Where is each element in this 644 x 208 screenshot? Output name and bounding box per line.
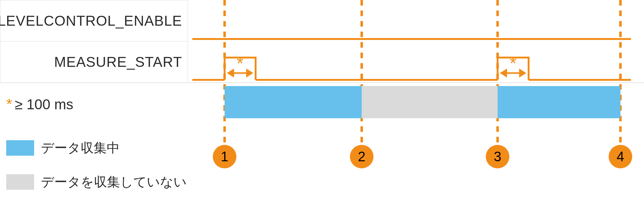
footnote-min-pulse-width: * ≥ 100 ms	[6, 96, 73, 113]
legend-swatch-grey	[6, 174, 34, 190]
legend-item-not-collecting: データを収集していない	[6, 173, 187, 191]
event-marker-2: 2	[350, 145, 373, 168]
footnote-text: ≥ 100 ms	[15, 96, 73, 113]
asterisk-icon: *	[6, 97, 12, 112]
svg-marker-7	[247, 70, 252, 76]
legend-swatch-blue	[6, 140, 34, 156]
svg-marker-10	[520, 70, 525, 76]
legend-item-collecting: データ収集中	[6, 139, 120, 157]
event-number: 4	[617, 149, 624, 164]
asterisk-icon: *	[237, 54, 244, 72]
event-number: 3	[494, 149, 501, 164]
data-span-collecting	[225, 86, 362, 118]
asterisk-icon: *	[510, 54, 517, 72]
event-marker-3: 3	[486, 145, 509, 168]
event-marker-1: 1	[213, 145, 236, 168]
svg-marker-9	[501, 70, 506, 76]
data-span-collecting	[498, 86, 620, 118]
event-number: 1	[221, 149, 228, 164]
event-marker-4: 4	[609, 145, 632, 168]
data-span-not-collecting	[362, 86, 498, 118]
event-number: 2	[358, 149, 365, 164]
legend-label: データ収集中	[41, 139, 120, 157]
legend-label: データを収集していない	[41, 173, 187, 191]
timing-diagram: LEVELCONTROL_ENABLE MEASURE_START	[0, 0, 644, 208]
svg-marker-6	[228, 70, 233, 76]
